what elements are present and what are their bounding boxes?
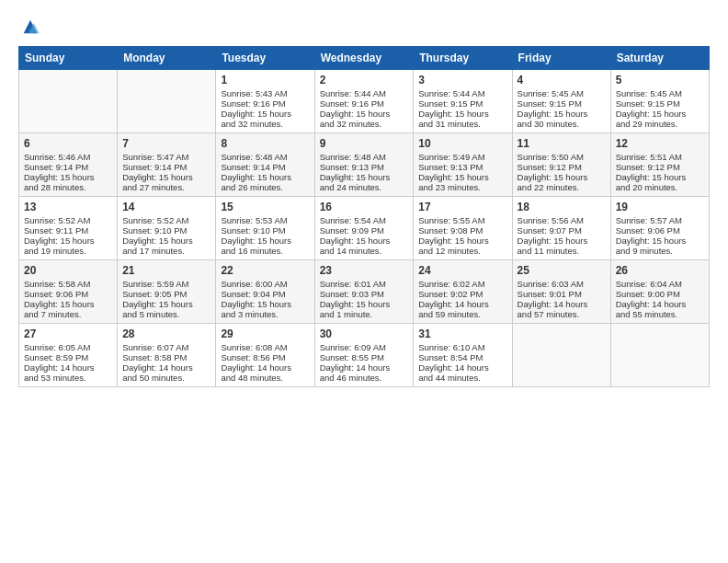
day-info: and 29 minutes. [616, 119, 704, 129]
day-number: 18 [518, 201, 606, 213]
day-number: 26 [616, 264, 704, 277]
weekday-sunday: Sunday [19, 47, 118, 70]
day-info: Sunrise: 5:43 AM [221, 88, 309, 98]
day-number: 3 [418, 74, 506, 86]
day-info: Sunset: 9:05 PM [122, 289, 210, 299]
day-info: Sunset: 8:58 PM [122, 352, 210, 362]
day-number: 14 [122, 201, 210, 213]
day-cell: 25Sunrise: 6:03 AMSunset: 9:01 PMDayligh… [512, 260, 610, 324]
weekday-saturday: Saturday [610, 47, 709, 70]
day-info: Daylight: 15 hours [518, 109, 606, 119]
day-info: and 24 minutes. [320, 182, 409, 192]
day-info: Sunrise: 5:56 AM [518, 215, 606, 225]
day-info: Sunset: 9:15 PM [518, 98, 606, 109]
day-info: Daylight: 15 hours [616, 172, 704, 182]
day-cell: 9Sunrise: 5:48 AMSunset: 9:13 PMDaylight… [314, 133, 414, 197]
day-number: 4 [518, 74, 606, 86]
day-info: Sunrise: 5:45 AM [616, 88, 704, 98]
day-info: Sunrise: 6:05 AM [24, 342, 112, 352]
day-info: and 44 minutes. [418, 373, 506, 383]
day-cell: 29Sunrise: 6:08 AMSunset: 8:56 PMDayligh… [216, 324, 314, 387]
day-info: Sunset: 9:11 PM [24, 225, 112, 236]
day-number: 16 [320, 201, 409, 213]
day-info: Daylight: 14 hours [418, 299, 506, 309]
day-info: Sunset: 8:54 PM [418, 352, 506, 362]
day-info: Sunrise: 6:08 AM [221, 342, 309, 352]
day-info: Sunrise: 5:46 AM [24, 152, 112, 162]
day-number: 25 [518, 264, 606, 277]
day-info: and 59 minutes. [418, 309, 506, 319]
day-info: Sunrise: 5:53 AM [221, 215, 309, 225]
day-info: Daylight: 14 hours [320, 362, 409, 373]
day-info: Sunset: 9:14 PM [221, 162, 309, 172]
day-info: and 53 minutes. [24, 373, 112, 383]
day-info: Sunset: 9:01 PM [518, 289, 606, 299]
day-info: Sunset: 9:16 PM [221, 98, 309, 109]
day-info: Sunrise: 5:50 AM [518, 152, 606, 162]
day-info: Sunrise: 6:09 AM [320, 342, 409, 352]
day-cell: 3Sunrise: 5:44 AMSunset: 9:15 PMDaylight… [414, 70, 512, 133]
day-info: Daylight: 15 hours [122, 236, 210, 246]
day-cell: 26Sunrise: 6:04 AMSunset: 9:00 PMDayligh… [610, 260, 709, 324]
day-info: Daylight: 15 hours [418, 236, 506, 246]
day-info: Sunrise: 5:59 AM [122, 279, 210, 289]
weekday-thursday: Thursday [414, 47, 512, 70]
day-info: Sunrise: 6:00 AM [221, 279, 309, 289]
day-info: and 19 minutes. [24, 246, 112, 256]
day-number: 19 [616, 201, 704, 213]
day-cell [19, 70, 118, 133]
day-info: Sunset: 9:06 PM [616, 225, 704, 236]
day-cell: 15Sunrise: 5:53 AMSunset: 9:10 PMDayligh… [216, 197, 314, 260]
day-cell: 31Sunrise: 6:10 AMSunset: 8:54 PMDayligh… [414, 324, 512, 387]
day-cell: 19Sunrise: 5:57 AMSunset: 9:06 PMDayligh… [610, 197, 709, 260]
day-info: Sunrise: 5:48 AM [221, 152, 309, 162]
day-number: 13 [24, 201, 112, 213]
day-cell: 23Sunrise: 6:01 AMSunset: 9:03 PMDayligh… [314, 260, 414, 324]
day-cell [512, 324, 610, 387]
day-cell: 2Sunrise: 5:44 AMSunset: 9:16 PMDaylight… [314, 70, 414, 133]
day-cell [610, 324, 709, 387]
day-info: Sunrise: 6:01 AM [320, 279, 409, 289]
day-info: and 32 minutes. [320, 119, 409, 129]
day-info: Daylight: 15 hours [221, 236, 309, 246]
day-info: Daylight: 15 hours [320, 109, 409, 119]
day-info: Sunrise: 5:44 AM [418, 88, 506, 98]
day-info: Sunset: 9:14 PM [122, 162, 210, 172]
day-cell: 20Sunrise: 5:58 AMSunset: 9:06 PMDayligh… [19, 260, 118, 324]
day-info: Daylight: 15 hours [320, 299, 409, 309]
day-info: Daylight: 15 hours [320, 172, 409, 182]
day-info: Daylight: 15 hours [418, 172, 506, 182]
day-info: Sunset: 9:12 PM [616, 162, 704, 172]
day-info: Sunset: 9:10 PM [221, 225, 309, 236]
day-info: Sunset: 9:09 PM [320, 225, 409, 236]
day-info: Daylight: 14 hours [221, 362, 309, 373]
day-info: Daylight: 15 hours [418, 109, 506, 119]
day-info: and 20 minutes. [616, 182, 704, 192]
day-number: 27 [24, 327, 112, 340]
day-info: Sunset: 9:13 PM [418, 162, 506, 172]
day-number: 9 [320, 137, 409, 150]
day-number: 24 [418, 264, 506, 277]
day-info: Daylight: 15 hours [122, 299, 210, 309]
day-number: 30 [320, 327, 409, 340]
day-cell: 11Sunrise: 5:50 AMSunset: 9:12 PMDayligh… [512, 133, 610, 197]
day-info: and 30 minutes. [518, 119, 606, 129]
weekday-friday: Friday [512, 47, 610, 70]
day-cell: 17Sunrise: 5:55 AMSunset: 9:08 PMDayligh… [414, 197, 512, 260]
day-info: Sunrise: 6:04 AM [616, 279, 704, 289]
day-info: Daylight: 15 hours [518, 172, 606, 182]
header [18, 17, 710, 37]
day-info: and 3 minutes. [221, 309, 309, 319]
day-info: Sunset: 8:59 PM [24, 352, 112, 362]
day-info: and 57 minutes. [518, 309, 606, 319]
page: SundayMondayTuesdayWednesdayThursdayFrid… [0, 0, 728, 396]
day-info: Sunrise: 5:52 AM [24, 215, 112, 225]
day-cell: 10Sunrise: 5:49 AMSunset: 9:13 PMDayligh… [414, 133, 512, 197]
day-info: Daylight: 15 hours [122, 172, 210, 182]
day-info: Sunset: 8:56 PM [221, 352, 309, 362]
day-info: Sunset: 9:02 PM [418, 289, 506, 299]
day-info: Sunrise: 5:51 AM [616, 152, 704, 162]
day-cell: 22Sunrise: 6:00 AMSunset: 9:04 PMDayligh… [216, 260, 314, 324]
day-cell: 5Sunrise: 5:45 AMSunset: 9:15 PMDaylight… [610, 70, 709, 133]
day-cell: 13Sunrise: 5:52 AMSunset: 9:11 PMDayligh… [19, 197, 118, 260]
